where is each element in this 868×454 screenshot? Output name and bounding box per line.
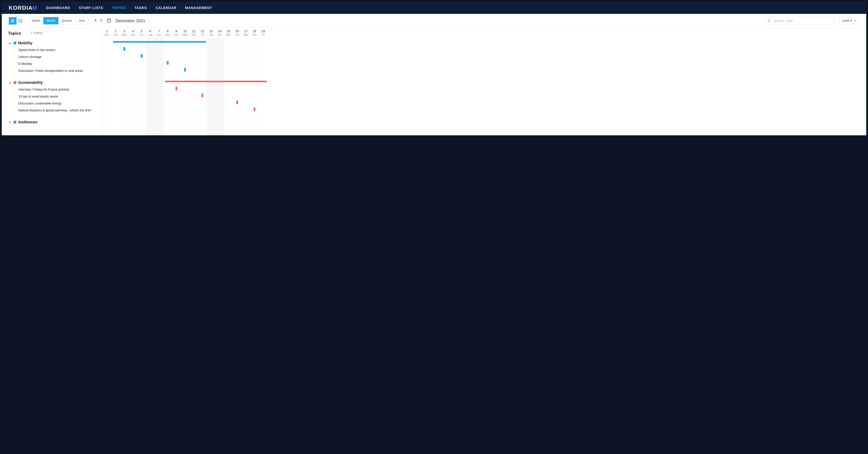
day-number: 11 bbox=[189, 30, 198, 33]
day-name: Sun bbox=[155, 33, 163, 36]
view-mode-list-button[interactable] bbox=[9, 17, 17, 25]
range-month-button[interactable]: Month bbox=[43, 17, 59, 24]
timeline-day-header: 12Fri bbox=[198, 28, 207, 38]
range-week-button[interactable]: Week bbox=[29, 17, 43, 24]
group-color-swatch bbox=[13, 81, 16, 84]
day-number: 2 bbox=[111, 30, 120, 33]
view-mode-table-button[interactable] bbox=[17, 17, 24, 25]
topic-group-bar[interactable] bbox=[165, 81, 267, 82]
day-number: 3 bbox=[120, 30, 129, 33]
topic-pill[interactable] bbox=[202, 94, 203, 97]
level-select[interactable]: Level 4 bbox=[839, 17, 859, 25]
day-name: Mon bbox=[163, 33, 172, 36]
jump-to-today-button[interactable]: 1 bbox=[107, 18, 111, 24]
topic-row[interactable]: Interview: Fridays for Future activists bbox=[8, 86, 99, 93]
search-icon bbox=[768, 19, 771, 23]
nav-item-tasks[interactable]: TASKS bbox=[134, 6, 147, 10]
day-name: Tue bbox=[172, 33, 181, 36]
prev-period-button[interactable] bbox=[94, 19, 96, 23]
topic-pill[interactable] bbox=[141, 54, 143, 58]
topic-row[interactable]: E-Mobility bbox=[8, 60, 99, 67]
timeline-row bbox=[102, 85, 866, 92]
topic-row[interactable]: Discussion: sustainable energy bbox=[8, 100, 99, 107]
divider bbox=[26, 31, 26, 36]
topic-row[interactable]: Speed limits in city centers bbox=[8, 46, 99, 54]
current-date-label: December 2021 bbox=[116, 19, 145, 23]
day-number: 12 bbox=[198, 30, 207, 33]
day-name: Fri bbox=[198, 33, 207, 36]
nav-item-dashboard[interactable]: DASHBOARD bbox=[46, 6, 70, 10]
timeline-row bbox=[102, 106, 866, 113]
topic-row[interactable]: Lithium shortage bbox=[8, 54, 99, 60]
day-number: 6 bbox=[146, 30, 155, 33]
nav-item-management[interactable]: MANAGEMENT bbox=[185, 6, 212, 10]
day-name: Thu bbox=[129, 33, 137, 36]
app-window: KORDIAM DASHBOARDSTORY LISTSTOPICSTASKSC… bbox=[2, 2, 866, 135]
range-year-button[interactable]: Year bbox=[75, 17, 88, 24]
top-nav: KORDIAM DASHBOARDSTORY LISTSTOPICSTASKSC… bbox=[2, 2, 866, 14]
day-number: 8 bbox=[163, 30, 172, 33]
day-name: Wed bbox=[120, 33, 129, 36]
topic-sidebar: Topics + TOPIC MobilitySpeed limits in c… bbox=[2, 28, 102, 135]
chevron-right-icon bbox=[100, 19, 102, 22]
search-box[interactable] bbox=[765, 17, 834, 25]
sidebar-title: Topics bbox=[8, 31, 21, 36]
day-number: 16 bbox=[233, 30, 242, 33]
range-quarter-button[interactable]: Quarter bbox=[59, 17, 75, 24]
topic-row[interactable]: 10 tips to avoid plastic waste bbox=[8, 93, 99, 100]
day-number: 7 bbox=[155, 30, 163, 33]
date-nav-arrows bbox=[94, 19, 102, 23]
topic-pill[interactable] bbox=[236, 100, 238, 104]
group-color-swatch bbox=[13, 42, 16, 44]
day-name: Wed bbox=[181, 33, 189, 36]
topic-row[interactable]: Discussion: Public transportation in rur… bbox=[8, 67, 99, 74]
brand-logo: KORDIAM bbox=[9, 5, 37, 11]
add-topic-button[interactable]: + TOPIC bbox=[30, 32, 43, 35]
topic-group-header[interactable]: Sustainability bbox=[8, 79, 99, 86]
topic-pill[interactable] bbox=[176, 87, 177, 90]
timeline-day-header: 17Wed bbox=[242, 28, 250, 38]
day-number: 15 bbox=[224, 30, 233, 33]
day-number: 9 bbox=[172, 30, 181, 33]
search-input[interactable] bbox=[773, 19, 832, 23]
topic-group-header[interactable]: Mobility bbox=[8, 39, 99, 46]
level-select-label: Level 4 bbox=[842, 19, 852, 23]
day-name: Tue bbox=[111, 33, 120, 36]
day-name: Thu bbox=[250, 33, 259, 36]
group-name: Mobility bbox=[18, 41, 32, 45]
topic-group-bar[interactable] bbox=[113, 41, 206, 43]
day-name: Fri bbox=[137, 33, 146, 36]
chevron-down-icon bbox=[8, 41, 12, 45]
svg-line-9 bbox=[770, 21, 771, 22]
timeline-day-header: 13Sat bbox=[207, 28, 215, 38]
topic-pill[interactable] bbox=[254, 107, 255, 111]
day-number: 13 bbox=[207, 30, 215, 33]
brand-text-accent: M bbox=[32, 5, 37, 11]
table-icon bbox=[19, 19, 22, 22]
timeline-day-header: 18Thu bbox=[250, 28, 259, 38]
timeline-day-header: 11Thu bbox=[189, 28, 198, 38]
timeline-row bbox=[102, 38, 866, 45]
timeline-day-header: 10Wed bbox=[181, 28, 189, 38]
topic-pill[interactable] bbox=[123, 47, 125, 51]
group-name: Sustainability bbox=[18, 80, 43, 85]
nav-item-story-lists[interactable]: STORY LISTS bbox=[79, 6, 103, 10]
nav-item-calendar[interactable]: CALENDAR bbox=[156, 6, 176, 10]
day-name: Sun bbox=[215, 33, 224, 36]
view-mode-toggle bbox=[9, 17, 24, 25]
topic-group-header[interactable]: Audiences bbox=[8, 119, 99, 126]
nav-item-topics[interactable]: TOPICS bbox=[112, 6, 126, 10]
topic-pill[interactable] bbox=[184, 68, 186, 72]
brand-text-main: KORDIA bbox=[9, 5, 33, 11]
day-name: Mon bbox=[224, 33, 233, 36]
timeline-day-header: 15Mon bbox=[224, 28, 233, 38]
day-number: 4 bbox=[129, 30, 137, 33]
timeline: 1Mon2Tue3Wed4Thu5Fri6Sat7Sun8Mon9Tue10We… bbox=[102, 28, 866, 135]
chevron-down-icon bbox=[854, 20, 856, 22]
timeline-rows bbox=[102, 38, 866, 135]
next-period-button[interactable] bbox=[100, 19, 102, 23]
topic-row[interactable]: Natural disasters & global warming – wha… bbox=[8, 107, 99, 114]
sidebar-header: Topics + TOPIC bbox=[8, 31, 99, 36]
topic-pill[interactable] bbox=[167, 61, 168, 65]
timeline-row bbox=[102, 92, 866, 99]
